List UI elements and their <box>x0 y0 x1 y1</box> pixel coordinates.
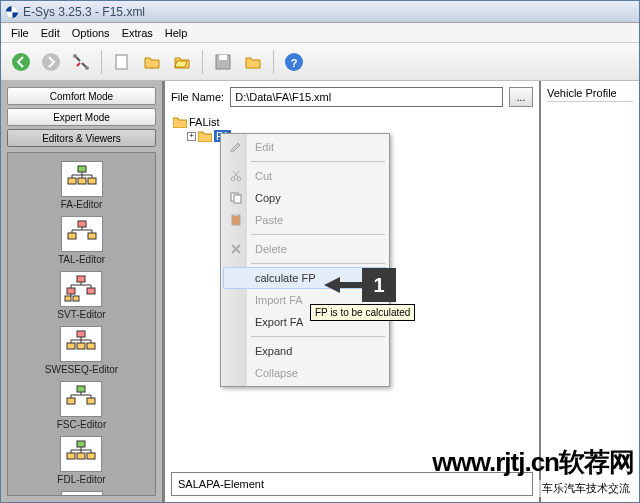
editor-label: TAL-Editor <box>58 254 105 265</box>
toolbar: ? <box>1 43 639 81</box>
folder-icon <box>198 130 212 142</box>
svt-editor-icon <box>60 271 102 307</box>
connect-button[interactable] <box>67 48 95 76</box>
fa-editor-icon <box>61 161 103 197</box>
svg-rect-27 <box>67 398 75 404</box>
forward-button[interactable] <box>37 48 65 76</box>
right-panel: Vehicle Profile <box>539 81 639 502</box>
svt-editor-item[interactable]: SVT-Editor <box>57 271 105 320</box>
watermark: www.rjtj.cn软荐网 车乐汽车技术交流 <box>432 445 634 497</box>
titlebar: E-Sys 3.25.3 - F15.xml <box>1 1 639 23</box>
tooltip: FP is to be calculated <box>310 304 415 321</box>
ctx-delete: Delete <box>223 238 387 260</box>
sweseq-editor-item[interactable]: SWESEQ-Editor <box>45 326 118 375</box>
folder-icon <box>173 116 187 128</box>
svg-rect-12 <box>78 178 86 184</box>
svg-text:?: ? <box>291 57 298 69</box>
svg-rect-16 <box>88 233 96 239</box>
scissors-icon <box>228 168 244 184</box>
tree-root[interactable]: FAList <box>173 115 531 129</box>
back-button[interactable] <box>7 48 35 76</box>
svg-rect-37 <box>234 195 241 203</box>
tal-editor-icon <box>61 216 103 252</box>
svg-rect-7 <box>219 55 227 60</box>
saveas-button[interactable] <box>239 48 267 76</box>
svg-point-35 <box>237 177 241 181</box>
svg-point-34 <box>231 177 235 181</box>
comfort-mode-button[interactable]: Comfort Mode <box>7 87 156 105</box>
menu-options[interactable]: Options <box>66 25 116 41</box>
context-menu: Edit Cut Copy Paste Delete calculate FP … <box>220 133 390 387</box>
svg-point-4 <box>85 66 89 70</box>
svg-rect-18 <box>67 288 75 294</box>
tal-editor-item[interactable]: TAL-Editor <box>58 216 105 265</box>
svg-rect-32 <box>87 453 95 459</box>
svg-point-2 <box>42 53 60 71</box>
window-title: E-Sys 3.25.3 - F15.xml <box>23 5 145 19</box>
svg-rect-25 <box>87 343 95 349</box>
svg-rect-29 <box>77 441 85 447</box>
menu-help[interactable]: Help <box>159 25 194 41</box>
vehicle-profile-header: Vehicle Profile <box>547 87 633 102</box>
browse-button[interactable]: ... <box>509 87 533 107</box>
paste-icon <box>228 212 244 228</box>
ctx-paste: Paste <box>223 209 387 231</box>
fdl-editor-icon <box>60 436 102 472</box>
editor-label: FDL-Editor <box>57 474 105 485</box>
caf-viewer-icon <box>61 491 103 496</box>
tree-root-label: FAList <box>189 116 220 128</box>
watermark-main: www.rjtj.cn软荐网 <box>432 445 634 480</box>
callout-number: 1 <box>362 268 396 302</box>
svg-rect-15 <box>68 233 76 239</box>
save-button[interactable] <box>209 48 237 76</box>
menubar: File Edit Options Extras Help <box>1 23 639 43</box>
open2-button[interactable] <box>168 48 196 76</box>
expand-icon[interactable]: + <box>187 132 196 141</box>
svg-rect-10 <box>78 166 86 172</box>
svg-rect-24 <box>77 343 85 349</box>
menu-extras[interactable]: Extras <box>116 25 159 41</box>
callout-1: 1 <box>324 268 396 302</box>
fsc-editor-item[interactable]: FSC-Editor <box>57 381 106 430</box>
svg-rect-20 <box>65 296 71 301</box>
editor-label: FA-Editor <box>61 199 103 210</box>
open-button[interactable] <box>138 48 166 76</box>
fsc-editor-icon <box>60 381 102 417</box>
svg-point-3 <box>73 54 77 58</box>
sweseq-editor-icon <box>60 326 102 362</box>
new-button[interactable] <box>108 48 136 76</box>
menu-edit[interactable]: Edit <box>35 25 66 41</box>
svg-rect-19 <box>87 288 95 294</box>
ctx-expand[interactable]: Expand <box>223 340 387 362</box>
svg-rect-23 <box>67 343 75 349</box>
filename-input[interactable] <box>230 87 503 107</box>
editor-label: SVT-Editor <box>57 309 105 320</box>
svg-rect-30 <box>67 453 75 459</box>
svg-rect-39 <box>234 214 238 216</box>
expert-mode-button[interactable]: Expert Mode <box>7 108 156 126</box>
pencil-icon <box>228 139 244 155</box>
editors-viewers-button[interactable]: Editors & Viewers <box>7 129 156 147</box>
editor-label: FSC-Editor <box>57 419 106 430</box>
editor-label: SWESEQ-Editor <box>45 364 118 375</box>
ctx-edit: Edit <box>223 136 387 158</box>
ctx-copy[interactable]: Copy <box>223 187 387 209</box>
help-button[interactable]: ? <box>280 48 308 76</box>
svg-rect-5 <box>116 55 127 69</box>
ctx-cut: Cut <box>223 165 387 187</box>
fa-editor-item[interactable]: FA-Editor <box>61 161 103 210</box>
svg-rect-17 <box>77 276 85 282</box>
delete-icon <box>228 241 244 257</box>
svg-rect-38 <box>232 215 240 225</box>
svg-rect-21 <box>73 296 79 301</box>
caf-viewer-item[interactable]: CAF-Viewer <box>55 491 109 496</box>
svg-rect-28 <box>87 398 95 404</box>
app-icon <box>5 5 19 19</box>
svg-rect-26 <box>77 386 85 392</box>
ctx-collapse: Collapse <box>223 362 387 384</box>
svg-rect-13 <box>88 178 96 184</box>
fdl-editor-item[interactable]: FDL-Editor <box>57 436 105 485</box>
filename-label: File Name: <box>171 91 224 103</box>
menu-file[interactable]: File <box>5 25 35 41</box>
salapa-label: SALAPA-Element <box>178 478 264 490</box>
